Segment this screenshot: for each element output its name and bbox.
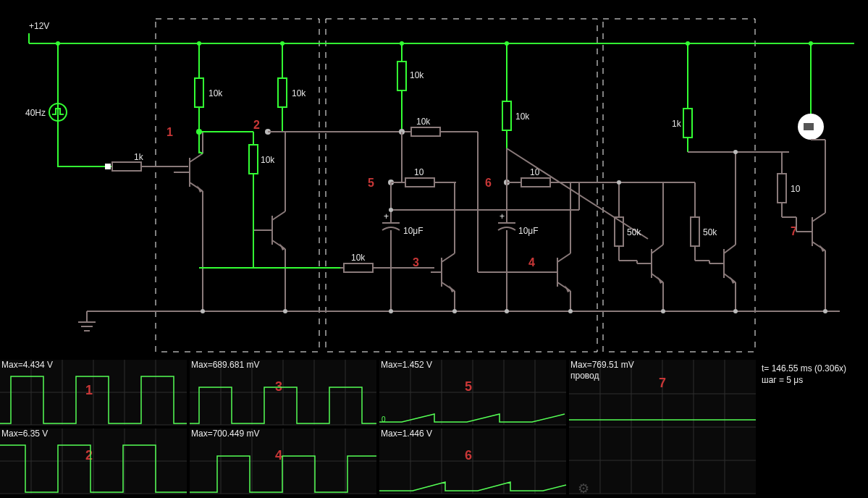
svg-point-170 [452, 309, 457, 313]
node-3-label: 3 [413, 256, 419, 269]
svg-text:1: 1 [85, 383, 93, 397]
svg-line-118 [652, 245, 663, 253]
r-10-left: 10 [391, 167, 456, 187]
r-50k-b: 50k [691, 182, 717, 261]
svg-text:Max=6.35 V: Max=6.35 V [1, 429, 48, 439]
svg-text:+: + [500, 211, 505, 221]
svg-point-181 [686, 41, 690, 46]
svg-marker-129 [730, 277, 736, 284]
svg-rect-66 [521, 178, 550, 187]
svg-rect-111 [691, 217, 699, 246]
svg-text:Max=4.434 V: Max=4.434 V [1, 360, 53, 370]
svg-text:1k: 1k [134, 152, 144, 162]
svg-rect-149 [778, 174, 786, 203]
input-node-white [105, 164, 111, 169]
svg-point-115 [617, 180, 621, 185]
svg-point-176 [56, 41, 60, 46]
svg-rect-1 [112, 162, 141, 171]
svg-text:10k: 10k [351, 253, 366, 263]
svg-point-171 [505, 309, 509, 313]
svg-point-177 [197, 41, 201, 46]
sim-step: шаг = 5 μs [762, 375, 803, 385]
svg-rect-4 [195, 78, 203, 107]
node-4-label: 4 [528, 256, 535, 269]
svg-rect-53 [502, 101, 511, 130]
node-2-label: 2 [253, 119, 260, 131]
svg-rect-25 [249, 145, 258, 174]
svg-marker-35 [279, 243, 285, 250]
r-out-1k: 1k [672, 43, 692, 152]
svg-text:Max=689.681 mV: Max=689.681 mV [191, 360, 259, 370]
node-1-label: 1 [167, 126, 173, 138]
svg-point-179 [400, 41, 404, 46]
svg-point-168 [283, 309, 287, 313]
r-collector-1: 10k [195, 43, 223, 132]
svg-text:провод: провод [570, 371, 599, 381]
svg-point-172 [568, 309, 573, 313]
svg-text:10k: 10k [292, 88, 306, 98]
scope-1[interactable]: Max=4.434 V 1 [0, 360, 187, 425]
svg-line-33 [272, 211, 285, 220]
svg-rect-8 [278, 78, 287, 107]
stage-box-2 [326, 19, 597, 352]
r-out-10: 10 [778, 152, 801, 217]
gear-icon[interactable]: ⚙ [578, 481, 589, 497]
transistor-q3 [431, 182, 455, 311]
svg-text:Max=1.446 V: Max=1.446 V [381, 429, 432, 439]
svg-rect-43 [397, 62, 406, 90]
svg-text:10: 10 [414, 167, 424, 177]
supply-label: +12V [29, 21, 49, 31]
lamp [798, 43, 824, 140]
svg-text:4: 4 [275, 448, 282, 463]
stage-box-1 [156, 19, 319, 352]
svg-text:1k: 1k [672, 119, 682, 129]
svg-point-175 [823, 309, 827, 313]
svg-text:3: 3 [275, 379, 282, 394]
r-50k-a: 50k [615, 182, 641, 261]
svg-rect-143 [804, 123, 814, 130]
scope-7[interactable]: Max=769.51 mV провод 7 [569, 360, 756, 494]
scope-6[interactable]: Max=1.446 V 6 [379, 429, 566, 494]
svg-point-82 [389, 208, 393, 212]
svg-text:10μF: 10μF [518, 226, 539, 236]
scope-2[interactable]: Max=6.35 V 2 [0, 429, 187, 494]
stage-box-3 [603, 19, 755, 352]
r-feedback-10k: 10k [249, 132, 275, 221]
svg-line-155 [812, 213, 825, 221]
svg-text:Max=1.452 V: Max=1.452 V [381, 360, 432, 370]
scope-5[interactable]: Max=1.452 V 5 0 [379, 360, 566, 425]
svg-point-141 [733, 150, 738, 154]
node-6-label: 6 [485, 177, 492, 189]
svg-rect-47 [411, 127, 440, 136]
svg-marker-100 [565, 285, 570, 292]
svg-rect-60 [405, 178, 434, 187]
node-5-label: 5 [368, 177, 374, 189]
svg-point-178 [280, 41, 285, 46]
svg-text:50k: 50k [627, 227, 641, 237]
svg-text:+: + [384, 211, 389, 221]
cap-right: 10μF + [498, 182, 539, 311]
transistor-q5 [637, 182, 663, 311]
transistor-q1 [174, 132, 203, 193]
source-label: 40Hz [25, 108, 46, 118]
svg-text:10μF: 10μF [403, 226, 424, 236]
svg-text:10k: 10k [416, 117, 431, 127]
ground-symbol [78, 311, 96, 331]
svg-text:7: 7 [659, 376, 666, 390]
transistor-q4 [547, 182, 570, 311]
svg-line-89 [442, 253, 455, 262]
r-right-10k: 10k [502, 43, 530, 148]
svg-marker-91 [449, 285, 455, 292]
r-10-right: 10 [507, 167, 579, 187]
svg-point-167 [201, 309, 205, 313]
scope-4[interactable]: Max=700.449 mV 4 [190, 429, 376, 494]
circuit-diagram[interactable]: +12V 40Hz 1k 10k 10k 1 [0, 0, 868, 498]
svg-text:6: 6 [465, 448, 472, 463]
svg-text:Max=769.51 mV: Max=769.51 mV [570, 360, 634, 370]
scope-3[interactable]: Max=689.681 mV 3 [190, 360, 376, 425]
signal-source: 40Hz [25, 104, 67, 121]
resistor-in-1k: 1k [81, 152, 188, 171]
r-base-q3: 10k [340, 253, 434, 272]
svg-point-174 [733, 309, 738, 313]
svg-line-127 [724, 245, 736, 253]
